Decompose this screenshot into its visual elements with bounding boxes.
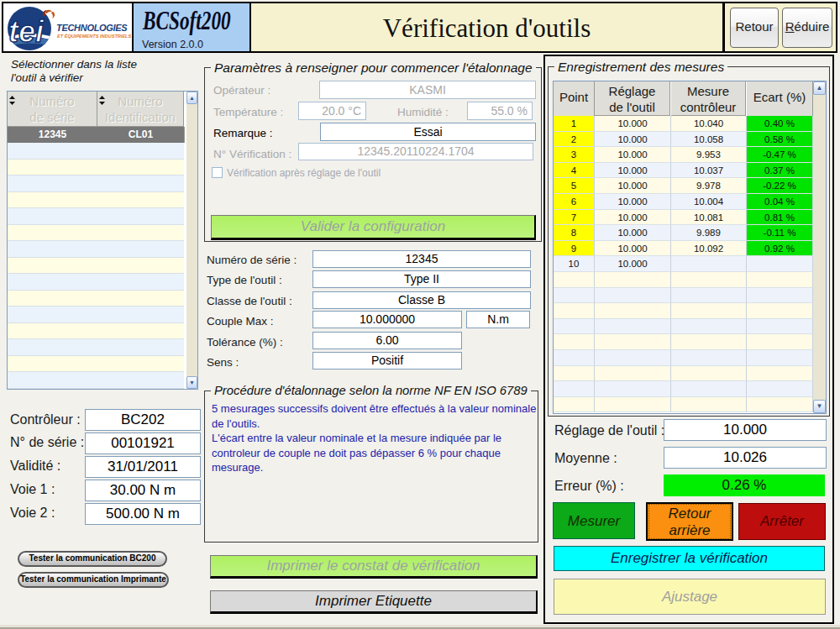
svg-text:TECHNOLOGIES: TECHNOLOGIES	[56, 23, 128, 33]
svg-text:tei: tei	[8, 14, 45, 49]
svg-text:ET ÉQUIPEMENTS INDUSTRIELS: ET ÉQUIPEMENTS INDUSTRIELS	[57, 33, 132, 39]
